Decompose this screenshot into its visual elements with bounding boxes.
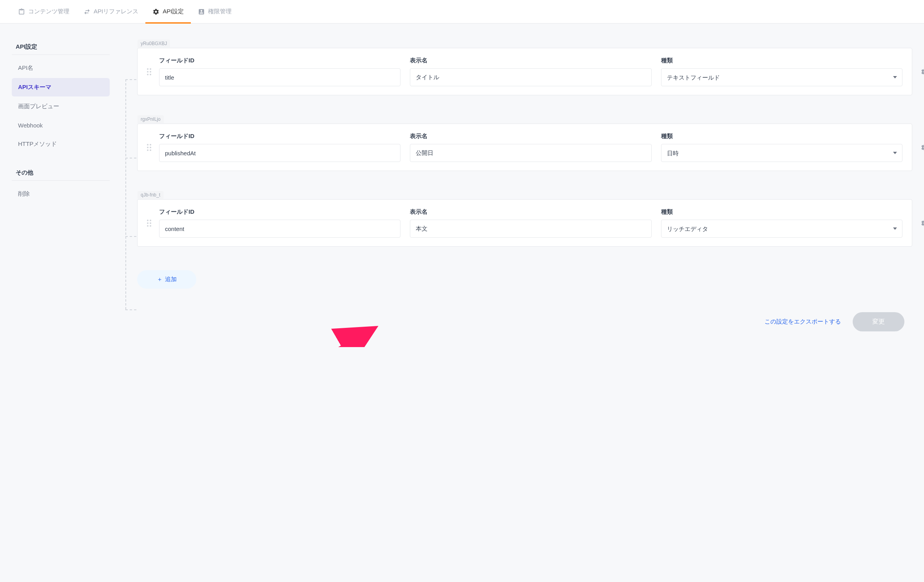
sidebar-item-http-method[interactable]: HTTPメソッド xyxy=(12,135,110,153)
nav-label: 権限管理 xyxy=(208,8,232,15)
clipboard-icon xyxy=(18,8,25,15)
gear-icon[interactable] xyxy=(920,67,924,76)
footer-actions: この設定をエクスポートする 変更 xyxy=(125,312,912,331)
display-name-label: 表示名 xyxy=(410,133,651,140)
nav-permissions[interactable]: 権限管理 xyxy=(191,0,239,24)
display-name-label: 表示名 xyxy=(410,57,651,64)
sidebar-section-other: その他 削除 xyxy=(12,165,110,203)
plus-icon: ＋ xyxy=(157,276,163,283)
type-label: 種類 xyxy=(661,133,902,140)
submit-button[interactable]: 変更 xyxy=(853,312,904,331)
schema-list: yRu0BGXBJ フィールドID 表示名 xyxy=(137,48,912,247)
sidebar-item-api-schema[interactable]: APIスキーマ xyxy=(12,78,110,96)
nav-api-reference[interactable]: APIリファレンス xyxy=(76,0,145,24)
nav-label: APIリファレンス xyxy=(94,8,138,15)
field-id-label: フィールドID xyxy=(159,133,400,140)
tree-connector xyxy=(125,44,137,247)
type-select[interactable]: テキストフィールド xyxy=(661,68,902,86)
type-select[interactable]: 日時 xyxy=(661,144,902,162)
schema-id-badge: rgxPnILjo xyxy=(138,115,164,123)
swap-icon xyxy=(83,8,91,15)
sidebar-section-title: API設定 xyxy=(12,39,110,55)
content: yRu0BGXBJ フィールドID 表示名 xyxy=(125,39,912,331)
add-field-button[interactable]: ＋ 追加 xyxy=(137,270,196,289)
top-nav: コンテンツ管理 APIリファレンス API設定 権限管理 xyxy=(0,0,924,24)
sidebar-item-webhook[interactable]: Webhook xyxy=(12,116,110,134)
export-link[interactable]: この設定をエクスポートする xyxy=(765,318,841,326)
add-label: 追加 xyxy=(165,276,177,283)
sidebar-item-preview[interactable]: 画面プレビュー xyxy=(12,97,110,116)
type-label: 種類 xyxy=(661,57,902,64)
schema-card: yRu0BGXBJ フィールドID 表示名 xyxy=(137,48,912,95)
schema-id-badge: yRu0BGXBJ xyxy=(138,40,170,47)
user-icon xyxy=(198,8,205,15)
field-id-label: フィールドID xyxy=(159,208,400,216)
gear-icon[interactable] xyxy=(920,219,924,227)
field-id-label: フィールドID xyxy=(159,57,400,64)
drag-handle-icon[interactable] xyxy=(147,68,151,75)
display-name-input[interactable] xyxy=(410,144,651,162)
sidebar: API設定 API名 APIスキーマ 画面プレビュー Webhook HTTPメ… xyxy=(12,39,110,331)
drag-handle-icon[interactable] xyxy=(147,220,151,227)
type-label: 種類 xyxy=(661,208,902,216)
drag-handle-icon[interactable] xyxy=(147,144,151,151)
nav-label: API設定 xyxy=(163,8,184,15)
schema-id-badge: qJb-fnb_t xyxy=(138,191,163,199)
display-name-input[interactable] xyxy=(410,220,651,238)
gear-icon xyxy=(152,8,159,15)
display-name-input[interactable] xyxy=(410,68,651,86)
sidebar-item-delete[interactable]: 削除 xyxy=(12,185,110,203)
type-select[interactable]: リッチエディタ xyxy=(661,220,902,238)
sidebar-item-api-name[interactable]: API名 xyxy=(12,59,110,77)
sidebar-section-title: その他 xyxy=(12,165,110,181)
gear-icon[interactable] xyxy=(920,143,924,152)
sidebar-section-api: API設定 API名 APIスキーマ 画面プレビュー Webhook HTTPメ… xyxy=(12,39,110,153)
nav-label: コンテンツ管理 xyxy=(28,8,69,15)
nav-content-management[interactable]: コンテンツ管理 xyxy=(11,0,76,24)
field-id-input[interactable] xyxy=(159,144,400,162)
schema-card: qJb-fnb_t フィールドID 表示名 xyxy=(137,199,912,247)
schema-card: rgxPnILjo フィールドID 表示名 xyxy=(137,124,912,171)
svg-line-0 xyxy=(298,329,372,347)
field-id-input[interactable] xyxy=(159,68,400,86)
display-name-label: 表示名 xyxy=(410,208,651,216)
nav-api-settings[interactable]: API設定 xyxy=(145,0,191,24)
field-id-input[interactable] xyxy=(159,220,400,238)
